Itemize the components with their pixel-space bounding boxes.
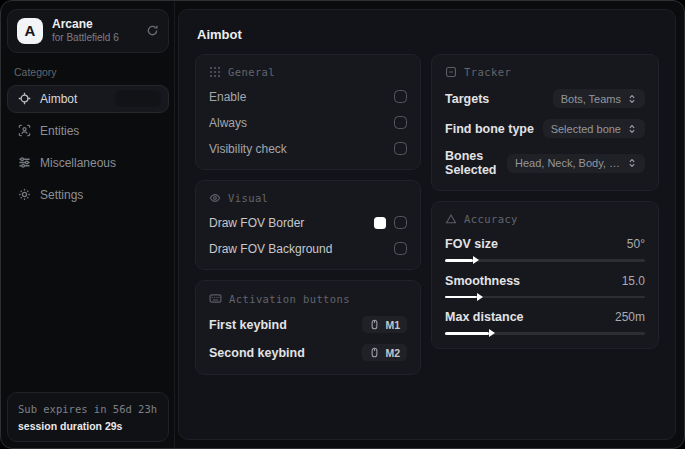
fov-size-slider[interactable] bbox=[445, 259, 645, 262]
row-label: Bones Selected bbox=[445, 149, 507, 177]
triangle-icon bbox=[445, 213, 457, 225]
page-title: Aimbot bbox=[197, 27, 657, 42]
subscription-info: Sub expires in 56d 23h session duration … bbox=[7, 392, 169, 442]
sidebar-item-entities[interactable]: Entities bbox=[7, 117, 169, 145]
card-title: Accuracy bbox=[464, 213, 518, 225]
select-arrows-icon bbox=[627, 158, 637, 168]
slider-label: Max distance bbox=[445, 310, 524, 324]
session-duration-text: session duration 29s bbox=[18, 418, 158, 434]
setting-row-first-keybind: First keybind M1 bbox=[209, 316, 407, 333]
find-bone-type-dropdown[interactable]: Selected bone bbox=[543, 119, 645, 138]
activation-card: Activation buttons First keybind M1 bbox=[195, 280, 421, 375]
gear-icon bbox=[18, 188, 31, 201]
bones-selected-dropdown[interactable]: Head, Neck, Body, Pe.. bbox=[507, 154, 645, 173]
sidebar-item-miscellaneous[interactable]: Miscellaneous bbox=[7, 149, 169, 177]
row-label: Targets bbox=[445, 92, 489, 106]
main-panel: Aimbot General bbox=[178, 9, 676, 440]
activation-card-header: Activation buttons bbox=[209, 292, 407, 305]
category-label: Category bbox=[14, 66, 162, 78]
card-title: Activation buttons bbox=[229, 293, 350, 305]
app-header: A Arcane for Battlefield 6 bbox=[7, 9, 169, 53]
setting-row-draw-fov-border: Draw FOV Border bbox=[209, 215, 407, 230]
tracker-card-header: Tracker bbox=[445, 66, 645, 78]
keyboard-icon bbox=[209, 292, 222, 305]
grid-dots-icon bbox=[209, 66, 221, 78]
targets-dropdown[interactable]: Bots, Teams bbox=[553, 89, 645, 108]
max-distance-slider[interactable] bbox=[445, 332, 645, 335]
right-column: Tracker Targets Bots, Teams bbox=[431, 54, 659, 349]
draw-fov-background-checkbox[interactable] bbox=[394, 242, 407, 255]
accuracy-card-header: Accuracy bbox=[445, 213, 645, 225]
general-card: General Enable Always Visibility check bbox=[195, 54, 421, 170]
keybind-value: M2 bbox=[385, 347, 400, 359]
slider-fill[interactable] bbox=[445, 259, 473, 262]
tracker-card: Tracker Targets Bots, Teams bbox=[431, 54, 659, 191]
sliders-icon bbox=[18, 156, 31, 169]
general-card-header: General bbox=[209, 66, 407, 78]
card-title: Tracker bbox=[464, 66, 511, 78]
row-label: Enable bbox=[209, 90, 246, 104]
row-label: Draw FOV Background bbox=[209, 242, 332, 256]
row-label: Visibility check bbox=[209, 142, 287, 156]
sidebar-item-label: Miscellaneous bbox=[40, 156, 116, 170]
row-label: Find bone type bbox=[445, 122, 534, 136]
card-title: General bbox=[228, 66, 275, 78]
fov-size-slider-group: FOV size 50° bbox=[445, 237, 645, 262]
setting-row-visibility-check: Visibility check bbox=[209, 141, 407, 156]
keybind-value: M1 bbox=[385, 319, 400, 331]
dropdown-value: Head, Neck, Body, Pe.. bbox=[515, 157, 621, 169]
entities-icon bbox=[18, 124, 31, 137]
setting-row-second-keybind: Second keybind M2 bbox=[209, 344, 407, 361]
app-subtitle: for Battlefield 6 bbox=[52, 32, 137, 45]
setting-row-draw-fov-background: Draw FOV Background bbox=[209, 241, 407, 256]
fov-border-color-swatch[interactable] bbox=[374, 217, 386, 229]
sidebar-item-label: Aimbot bbox=[40, 92, 77, 106]
slider-fill[interactable] bbox=[445, 332, 489, 335]
enable-checkbox[interactable] bbox=[394, 90, 407, 103]
dropdown-value: Selected bone bbox=[551, 123, 621, 135]
dropdown-value: Bots, Teams bbox=[561, 93, 621, 105]
slider-label: FOV size bbox=[445, 237, 498, 251]
sidebar-item-label: Settings bbox=[40, 188, 83, 202]
sidebar-item-settings[interactable]: Settings bbox=[7, 181, 169, 209]
smoothness-slider-group: Smoothness 15.0 bbox=[445, 274, 645, 299]
card-title: Visual bbox=[228, 192, 268, 204]
setting-row-enable: Enable bbox=[209, 89, 407, 104]
sidebar-item-label: Entities bbox=[40, 124, 79, 138]
faded-hint bbox=[115, 90, 161, 107]
max-distance-slider-group: Max distance 250m bbox=[445, 310, 645, 335]
row-label: Always bbox=[209, 116, 247, 130]
sub-expiry-text: Sub expires in 56d 23h bbox=[18, 401, 158, 417]
setting-row-find-bone-type: Find bone type Selected bone bbox=[445, 119, 645, 138]
app-name: Arcane bbox=[52, 17, 137, 32]
second-keybind-button[interactable]: M2 bbox=[362, 344, 407, 361]
mouse-icon bbox=[369, 319, 380, 330]
always-checkbox[interactable] bbox=[394, 116, 407, 129]
slider-label: Smoothness bbox=[445, 274, 520, 288]
refresh-icon[interactable] bbox=[146, 24, 159, 37]
eye-icon bbox=[209, 192, 221, 204]
app-window: A Arcane for Battlefield 6 Category Aimb… bbox=[0, 0, 685, 449]
box-minus-icon bbox=[445, 66, 457, 78]
accuracy-card: Accuracy FOV size 50° Smoothness bbox=[431, 201, 659, 349]
first-keybind-button[interactable]: M1 bbox=[362, 316, 407, 333]
left-column: General Enable Always Visibility check bbox=[195, 54, 421, 375]
setting-row-targets: Targets Bots, Teams bbox=[445, 89, 645, 108]
slider-fill[interactable] bbox=[445, 296, 477, 299]
select-arrows-icon bbox=[627, 124, 637, 134]
app-meta: Arcane for Battlefield 6 bbox=[52, 17, 137, 45]
slider-value: 15.0 bbox=[622, 274, 645, 288]
crosshair-icon bbox=[18, 92, 31, 105]
sidebar: A Arcane for Battlefield 6 Category Aimb… bbox=[1, 1, 175, 448]
smoothness-slider[interactable] bbox=[445, 296, 645, 299]
draw-fov-border-checkbox[interactable] bbox=[394, 216, 407, 229]
slider-value: 250m bbox=[615, 310, 645, 324]
visibility-check-checkbox[interactable] bbox=[394, 142, 407, 155]
sidebar-item-aimbot[interactable]: Aimbot bbox=[7, 85, 169, 113]
sidebar-nav: Aimbot Entities bbox=[7, 85, 169, 209]
slider-value: 50° bbox=[627, 237, 645, 251]
visual-card-header: Visual bbox=[209, 192, 407, 204]
setting-row-bones-selected: Bones Selected Head, Neck, Body, Pe.. bbox=[445, 149, 645, 177]
select-arrows-icon bbox=[627, 94, 637, 104]
row-label: First keybind bbox=[209, 318, 287, 332]
